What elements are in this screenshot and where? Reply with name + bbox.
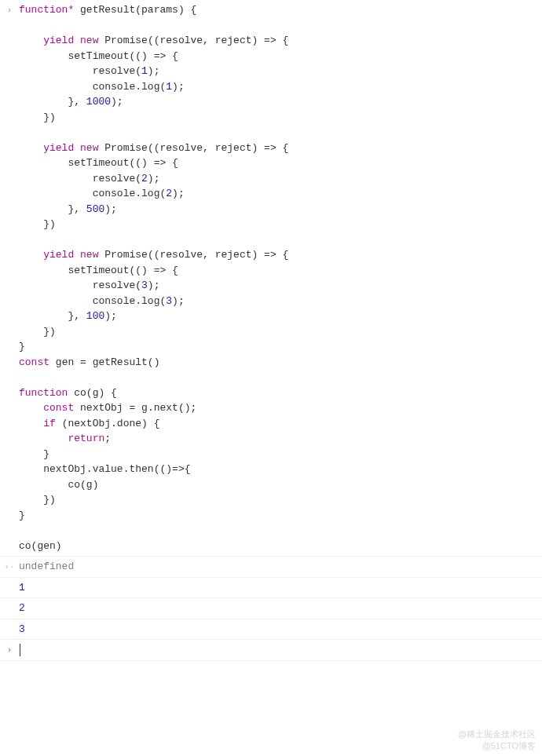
ident-console: console [93, 295, 136, 307]
ident-setTimeout: setTimeout [68, 157, 129, 169]
num-2: 2 [141, 173, 148, 184]
num-2: 2 [166, 188, 172, 199]
active-prompt-icon: › [0, 641, 19, 657]
ident-resolve: resolve [93, 65, 136, 77]
ident-Promise: Promise [104, 249, 148, 261]
keyword-new: new [80, 249, 98, 261]
log-value-2: 2 [19, 600, 542, 617]
keyword-if: if [43, 418, 56, 429]
ident-params: params [141, 4, 178, 16]
console-output-row: ‹· undefined [0, 557, 542, 578]
num-100: 100 [86, 310, 104, 322]
keyword-const: const [19, 356, 49, 368]
num-3: 3 [141, 279, 148, 291]
keyword-yield: yield [43, 35, 74, 46]
ident-gen: gen [56, 356, 74, 368]
ident-value: value [93, 463, 123, 475]
keyword-new: new [80, 35, 98, 46]
ident-done: done [117, 418, 141, 429]
ident-next: next [154, 402, 178, 414]
log-icon [0, 579, 19, 582]
ident-g: g [93, 387, 99, 399]
ident-console: console [93, 81, 136, 93]
console-input[interactable] [19, 641, 542, 659]
ident-reject: reject [215, 142, 252, 154]
ident-nextObj: nextObj [68, 418, 111, 429]
keyword-yield: yield [43, 249, 74, 261]
num-3: 3 [166, 295, 172, 307]
ident-g: g [86, 479, 93, 491]
ident-gen: gen [37, 540, 55, 552]
ident-resolve: resolve [93, 173, 136, 184]
keyword-yield: yield [43, 142, 74, 154]
log-icon [0, 621, 19, 623]
console-input-row: › function* getResult(params) { yield ne… [0, 0, 542, 557]
ident-setTimeout: setTimeout [68, 265, 129, 276]
ident-co: co [19, 540, 31, 552]
ident-resolve: resolve [159, 142, 203, 154]
ident-nextObj: nextObj [80, 402, 123, 414]
ident-co: co [74, 387, 86, 399]
output-undefined: undefined [19, 558, 542, 575]
num-1: 1 [141, 65, 148, 77]
ident-reject: reject [215, 249, 252, 261]
ident-co: co [68, 479, 80, 491]
console-active-prompt-row[interactable]: › [0, 640, 542, 661]
ident-g: g [141, 402, 148, 414]
console-log-row: 1 [0, 578, 542, 599]
keyword-function: function [19, 387, 68, 399]
ident-reject: reject [215, 35, 252, 46]
console-log-row: 2 [0, 598, 542, 619]
ident-log: log [141, 188, 159, 199]
ident-resolve: resolve [159, 249, 203, 261]
ident-console: console [93, 188, 136, 199]
num-500: 500 [86, 203, 104, 215]
ident-Promise: Promise [104, 142, 148, 154]
ident-log: log [141, 81, 159, 93]
log-icon [0, 600, 19, 602]
ident-resolve: resolve [93, 279, 136, 291]
ident-then: then [129, 463, 153, 475]
ident-Promise: Promise [104, 35, 148, 46]
code-block[interactable]: function* getResult(params) { yield new … [19, 2, 542, 554]
console-log-row: 3 [0, 619, 542, 641]
ident-setTimeout: setTimeout [68, 50, 129, 62]
ident-getResult: getResult [80, 4, 135, 16]
ident-getResult: getResult [93, 356, 148, 368]
output-prompt-icon: ‹· [0, 558, 19, 574]
keyword-return: return [68, 433, 104, 444]
text-cursor [20, 644, 20, 656]
ident-log: log [141, 295, 159, 307]
log-value-3: 3 [19, 621, 542, 638]
num-1000: 1000 [86, 96, 111, 108]
log-value-1: 1 [19, 579, 542, 597]
keyword-function: function* [19, 4, 74, 16]
ident-resolve: resolve [159, 35, 203, 46]
num-1: 1 [166, 81, 172, 93]
input-prompt-icon: › [0, 2, 19, 17]
keyword-const: const [43, 402, 74, 414]
keyword-new: new [80, 142, 98, 154]
ident-nextObj: nextObj [43, 463, 86, 475]
